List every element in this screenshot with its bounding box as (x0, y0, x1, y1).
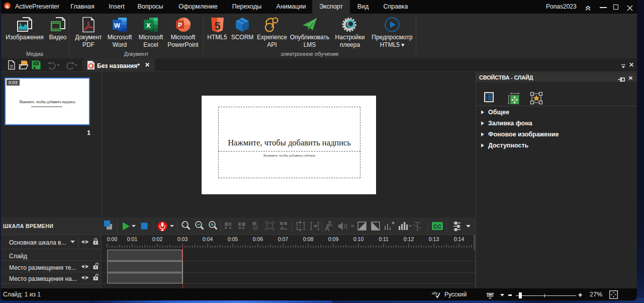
svg-text:0:12: 0:12 (404, 236, 414, 242)
svg-text:0:11: 0:11 (379, 236, 389, 242)
svg-text:W: W (114, 22, 121, 29)
svg-text:0:14: 0:14 (454, 236, 465, 242)
svg-text:0:01: 0:01 (127, 236, 138, 242)
svg-text:0:09: 0:09 (328, 236, 339, 242)
svg-text:abc: abc (432, 290, 438, 295)
svg-text:0:07: 0:07 (278, 236, 289, 242)
svg-text:X: X (146, 22, 151, 29)
svg-text:0:06: 0:06 (253, 236, 263, 242)
svg-text:0:00: 0:00 (107, 236, 118, 242)
svg-text:0:02: 0:02 (152, 236, 163, 242)
svg-text:CC: CC (433, 223, 441, 230)
svg-text:0:13: 0:13 (429, 236, 439, 242)
svg-text:P: P (178, 22, 182, 29)
svg-text:5: 5 (214, 20, 220, 32)
svg-text:0:03: 0:03 (177, 236, 188, 242)
svg-text:0:05: 0:05 (228, 236, 238, 242)
svg-text:0:08: 0:08 (303, 236, 314, 242)
svg-text:0:10: 0:10 (353, 236, 364, 242)
svg-text:0:04: 0:04 (203, 236, 213, 242)
